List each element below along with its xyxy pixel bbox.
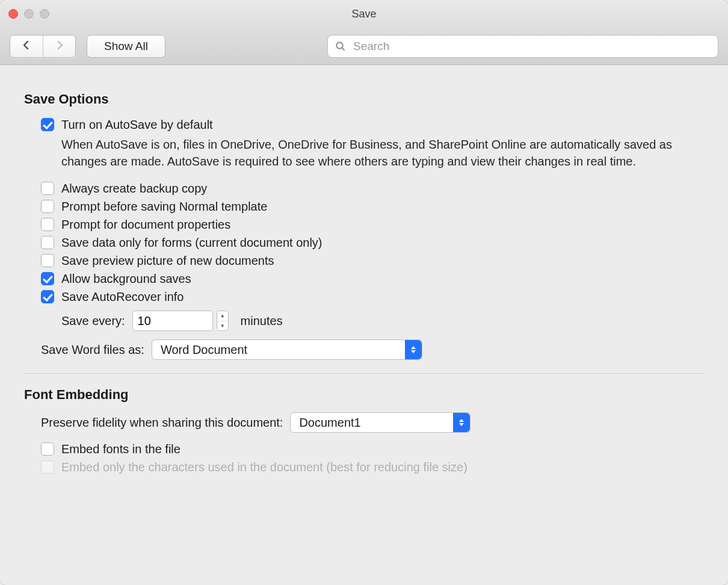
embed-fonts-checkbox[interactable] <box>41 442 54 456</box>
save-every-field: ▲ ▼ <box>132 311 229 331</box>
backup-copy-label: Always create backup copy <box>61 181 207 196</box>
autosave-help-text: When AutoSave is on, files in OneDrive, … <box>61 136 687 170</box>
save-every-input[interactable] <box>132 311 213 331</box>
autosave-checkbox[interactable] <box>41 118 54 131</box>
window-title: Save <box>0 8 728 20</box>
save-every-unit: minutes <box>241 314 283 328</box>
show-all-button[interactable]: Show All <box>87 35 165 58</box>
preserve-fidelity-value: Document1 <box>299 416 360 430</box>
embed-fonts-label: Embed fonts in the file <box>61 441 180 457</box>
save-word-files-as-value: Word Document <box>161 343 247 357</box>
save-options-heading: Save Options <box>24 91 704 107</box>
save-every-stepper[interactable]: ▲ ▼ <box>217 311 229 331</box>
save-word-files-as-label: Save Word files as: <box>41 343 144 357</box>
prompt-normal-template-checkbox[interactable] <box>41 200 54 213</box>
fullscreen-window-button[interactable] <box>40 9 49 19</box>
allow-background-saves-label: Allow background saves <box>61 271 191 286</box>
traffic-lights <box>8 9 49 19</box>
show-all-label: Show All <box>104 40 148 53</box>
save-word-files-as-select[interactable]: Word Document <box>152 339 422 360</box>
save-preview-picture-label: Save preview picture of new documents <box>61 253 274 268</box>
search-icon <box>335 41 346 52</box>
preserve-fidelity-select[interactable]: Document1 <box>290 412 470 433</box>
titlebar: Save <box>0 0 728 28</box>
autosave-label: Turn on AutoSave by default <box>61 117 704 132</box>
svg-line-1 <box>342 48 344 50</box>
updown-caret-icon <box>405 340 422 359</box>
save-every-label: Save every: <box>61 314 125 328</box>
back-button[interactable] <box>10 36 43 57</box>
save-form-data-only-label: Save data only for forms (current docume… <box>61 235 322 250</box>
prompt-document-properties-checkbox[interactable] <box>41 218 54 231</box>
chevron-left-icon <box>22 40 31 52</box>
search-input[interactable] <box>327 35 718 58</box>
nav-back-forward <box>10 35 76 58</box>
save-form-data-only-checkbox[interactable] <box>41 236 54 249</box>
toolbar: Show All <box>0 28 728 65</box>
minimize-window-button[interactable] <box>24 9 34 19</box>
prompt-normal-template-label: Prompt before saving Normal template <box>61 199 267 214</box>
section-divider <box>24 373 704 374</box>
content-pane: Save Options Turn on AutoSave by default… <box>0 65 728 501</box>
backup-copy-checkbox[interactable] <box>41 182 54 195</box>
save-autorecover-label: Save AutoRecover info <box>61 289 184 305</box>
forward-button[interactable] <box>43 36 75 57</box>
preserve-fidelity-label: Preserve fidelity when sharing this docu… <box>41 416 283 430</box>
chevron-up-icon: ▲ <box>217 311 228 321</box>
save-preview-picture-checkbox[interactable] <box>41 254 54 267</box>
chevron-right-icon <box>55 40 64 52</box>
search-wrap <box>327 35 718 58</box>
updown-caret-icon <box>453 413 470 432</box>
embed-subset-label: Embed only the characters used in the do… <box>61 459 467 475</box>
preferences-save-window: Save Show All Save <box>0 0 728 585</box>
allow-background-saves-checkbox[interactable] <box>41 272 54 285</box>
font-embedding-heading: Font Embedding <box>24 387 704 403</box>
embed-subset-checkbox <box>41 460 54 474</box>
save-autorecover-checkbox[interactable] <box>41 290 54 303</box>
chevron-down-icon: ▼ <box>217 321 228 331</box>
close-window-button[interactable] <box>8 9 18 19</box>
prompt-document-properties-label: Prompt for document properties <box>61 217 230 232</box>
